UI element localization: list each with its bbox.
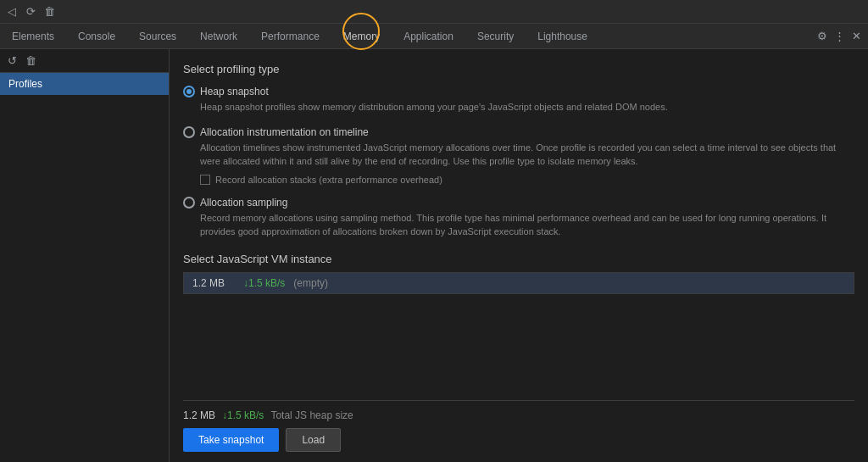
allocation-sampling-label: Allocation sampling [200, 197, 287, 209]
radio-option-allocation-sampling: Allocation sampling Record memory alloca… [183, 197, 854, 239]
load-button[interactable]: Load [286, 428, 341, 452]
footer-buttons: Take snapshot Load [183, 428, 854, 452]
allocation-instrumentation-desc: Allocation timelines show instrumented J… [200, 141, 854, 169]
settings-icon[interactable]: ⚙ [815, 30, 829, 43]
record-allocation-label: Record allocation stacks (extra performa… [215, 175, 442, 185]
allocation-sampling-desc: Record memory allocations using sampling… [200, 211, 854, 239]
allocation-instrumentation-radio[interactable] [183, 126, 195, 138]
tab-application[interactable]: Application [392, 24, 465, 49]
footer-size: 1.2 MB [183, 409, 215, 421]
heap-snapshot-desc: Heap snapshot profiles show memory distr… [200, 100, 854, 114]
radio-option-heap-snapshot: Heap snapshot Heap snapshot profiles sho… [183, 86, 854, 114]
heap-snapshot-label: Heap snapshot [200, 86, 269, 97]
tab-memory[interactable]: Memory [331, 24, 392, 49]
profiling-type-radio-group: Heap snapshot Heap snapshot profiles sho… [183, 86, 854, 239]
vm-label: (empty) [293, 277, 328, 289]
record-allocation-checkbox-row[interactable]: Record allocation stacks (extra performa… [200, 175, 854, 185]
vm-row[interactable]: 1.2 MB ↓1.5 kB/s (empty) [184, 273, 854, 293]
allocation-instrumentation-label: Allocation instrumentation on timeline [200, 126, 369, 138]
main-area: ↺ 🗑 Profiles Select profiling type Heap … [0, 49, 868, 462]
heap-snapshot-radio[interactable] [183, 86, 195, 97]
footer-rate: ↓1.5 kB/s [222, 409, 264, 421]
footer: 1.2 MB ↓1.5 kB/s Total JS heap size Take… [183, 400, 854, 462]
sidebar-item-profiles[interactable]: Profiles [0, 73, 169, 95]
tab-bar-end: ⚙ ⋮ ✕ [815, 30, 868, 43]
allocation-sampling-label-row[interactable]: Allocation sampling [183, 197, 854, 209]
tab-security[interactable]: Security [465, 24, 526, 49]
content-area: Select profiling type Heap snapshot Heap… [170, 49, 868, 462]
top-bar: ◁ ⟳ 🗑 [0, 0, 868, 24]
back-icon[interactable]: ◁ [5, 5, 19, 19]
tab-performance[interactable]: Performance [249, 24, 331, 49]
allocation-sampling-radio[interactable] [183, 197, 195, 209]
tab-network[interactable]: Network [188, 24, 249, 49]
tab-lighthouse[interactable]: Lighthouse [526, 24, 599, 49]
reload-icon[interactable]: ↺ [5, 54, 19, 68]
sidebar: ↺ 🗑 Profiles [0, 49, 170, 462]
take-snapshot-button[interactable]: Take snapshot [183, 428, 279, 452]
footer-label: Total JS heap size [270, 409, 353, 421]
section-title: Select profiling type [183, 63, 854, 75]
tab-console[interactable]: Console [66, 24, 127, 49]
tab-elements[interactable]: Elements [0, 24, 66, 49]
footer-stats: 1.2 MB ↓1.5 kB/s Total JS heap size [183, 409, 854, 421]
vm-size: 1.2 MB [192, 277, 235, 289]
close-icon[interactable]: ✕ [849, 30, 863, 43]
delete-icon[interactable]: 🗑 [42, 5, 56, 19]
allocation-instrumentation-label-row[interactable]: Allocation instrumentation on timeline [183, 126, 854, 138]
tab-sources[interactable]: Sources [127, 24, 188, 49]
vm-section-title: Select JavaScript VM instance [183, 253, 854, 265]
refresh-icon[interactable]: ⟳ [24, 5, 37, 19]
record-allocation-checkbox[interactable] [200, 175, 210, 185]
top-bar-icons: ◁ ⟳ 🗑 [5, 5, 56, 19]
vm-list: 1.2 MB ↓1.5 kB/s (empty) [183, 272, 854, 294]
more-icon[interactable]: ⋮ [832, 30, 846, 43]
clear-icon[interactable]: 🗑 [24, 54, 37, 68]
tab-bar: Elements Console Sources Network Perform… [0, 24, 868, 49]
heap-snapshot-label-row[interactable]: Heap snapshot [183, 86, 854, 97]
vm-rate: ↓1.5 kB/s [243, 277, 285, 289]
radio-option-allocation-instrumentation: Allocation instrumentation on timeline A… [183, 126, 854, 185]
sidebar-toolbar: ↺ 🗑 [0, 49, 169, 73]
